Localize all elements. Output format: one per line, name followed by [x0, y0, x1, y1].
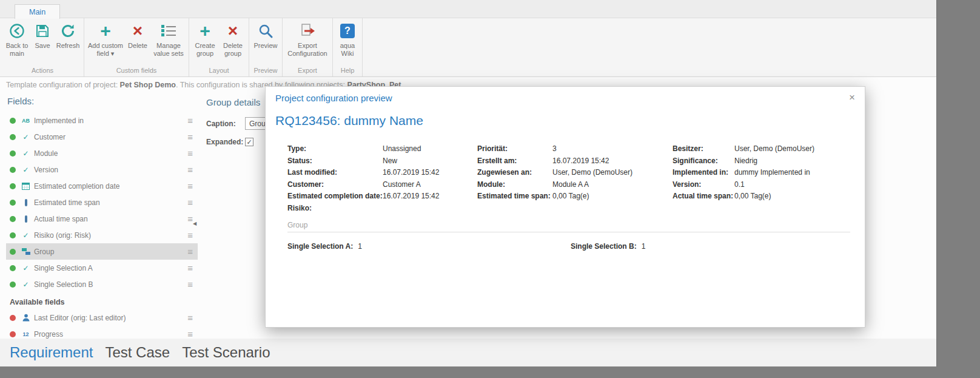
field-item-version[interactable]: ✓ Version ≡ [6, 161, 198, 178]
aqua-wiki-button[interactable]: ? aqua Wiki [335, 19, 360, 66]
fields-panel-title: Fields: [7, 96, 198, 106]
field-label: Significance: [673, 157, 734, 169]
field-label: Type: [287, 144, 383, 157]
drag-handle-icon[interactable]: ≡ [187, 181, 193, 191]
field-value: 16.07.2019 15:42 [552, 157, 609, 169]
field-item-actual-time-span[interactable]: Actual time span ≡ [6, 211, 198, 227]
calendar-icon [21, 182, 31, 190]
collapse-panel-arrow-icon[interactable]: ◀ [193, 221, 196, 226]
single-selection-a-field: Single Selection A:1 [287, 242, 362, 251]
status-dot-red-icon [10, 315, 16, 321]
field-item-group[interactable]: Group ≡ [6, 243, 198, 260]
ribbon-group-actions: Back to main Save Refresh [1, 18, 84, 76]
tab-test-scenario[interactable]: Test Scenario [182, 344, 270, 361]
button-label: Delete group [220, 42, 246, 57]
checkmark-icon: ✓ [246, 138, 252, 146]
field-label: Estimated time span [34, 198, 100, 207]
save-button[interactable]: Save [31, 19, 54, 66]
tab-main[interactable]: Main [15, 4, 60, 19]
info-project-name: Pet Shop Demo [120, 81, 176, 89]
field-label: Risiko (orig: Risk) [34, 231, 91, 240]
drag-handle-icon[interactable]: ≡ [187, 149, 193, 158]
export-configuration-button[interactable]: Export Configuration [284, 19, 331, 66]
field-value: User, Demo (DemoUser) [552, 168, 633, 180]
drag-handle-icon[interactable]: ≡ [187, 116, 193, 125]
field-item-last-editor[interactable]: Last Editor (orig: Last editor) ≡ [6, 309, 198, 326]
drag-handle-icon[interactable]: ≡ [187, 165, 193, 174]
check-icon: ✓ [21, 149, 31, 158]
ribbon-group-label: Actions [3, 66, 82, 76]
preview-button[interactable]: Preview [251, 19, 280, 66]
refresh-button[interactable]: Refresh [54, 19, 82, 66]
field-label: Customer [34, 133, 65, 141]
drag-handle-icon[interactable]: ≡ [187, 198, 193, 207]
wiki-question-icon: ? [340, 21, 355, 41]
magnifier-icon [258, 21, 274, 41]
group-section-divider [287, 232, 850, 232]
field-item-estimated-time-span[interactable]: Estimated time span ≡ [6, 194, 198, 211]
drag-handle-icon[interactable]: ≡ [187, 313, 193, 322]
plus-icon: + [100, 21, 111, 41]
expanded-label: Expanded: [206, 138, 245, 146]
ribbon-group-label: Custom fields [86, 66, 187, 76]
add-custom-field-button[interactable]: + Add custom field ▾ [86, 19, 125, 66]
drag-handle-icon[interactable]: ≡ [187, 214, 193, 223]
drag-handle-icon[interactable]: ≡ [187, 247, 193, 256]
field-value: New [383, 157, 397, 169]
field-item-customer[interactable]: ✓ Customer ≡ [6, 129, 198, 145]
field-label: Single Selection B [34, 280, 93, 289]
create-group-button[interactable]: + Create group [191, 19, 219, 66]
manage-value-sets-button[interactable]: Manage value sets [150, 19, 187, 66]
field-label: Version [34, 166, 58, 174]
field-label: Group [34, 248, 54, 256]
status-dot-green-icon [10, 118, 16, 124]
person-icon [21, 314, 31, 322]
field-item-estimated-completion-date[interactable]: Estimated completion date ≡ [6, 178, 198, 194]
field-value: Unassigned [383, 144, 421, 157]
save-icon [35, 21, 50, 41]
status-dot-green-icon [10, 216, 16, 222]
status-dot-green-icon [10, 265, 16, 271]
field-item-risiko[interactable]: ✓ Risiko (orig: Risk) ≡ [6, 227, 198, 243]
tab-test-case[interactable]: Test Case [105, 344, 170, 361]
close-icon[interactable]: × [845, 91, 859, 104]
button-label: Save [35, 42, 50, 50]
refresh-icon [60, 21, 76, 41]
tab-requirement[interactable]: Requirement [10, 344, 93, 361]
ribbon-group-label: Export [284, 66, 331, 76]
timespan-icon [21, 215, 31, 223]
button-label: Preview [253, 42, 277, 50]
drag-handle-icon[interactable]: ≡ [187, 132, 193, 141]
field-label: Last modified: [287, 168, 383, 180]
field-item-implemented-in[interactable]: AB Implemented in ≡ [6, 112, 198, 129]
caption-label: Caption: [206, 120, 245, 128]
field-value: 0,00 Tag(e) [552, 192, 589, 204]
delete-x-icon: × [228, 21, 238, 41]
field-value: 16.07.2019 15:42 [383, 192, 439, 204]
drag-handle-icon[interactable]: ≡ [187, 329, 193, 339]
check-icon: ✓ [21, 133, 31, 141]
drag-handle-icon[interactable]: ≡ [187, 231, 193, 240]
dialog-title: Project configuration preview [275, 93, 392, 103]
delete-field-button[interactable]: × Delete [125, 19, 150, 66]
status-dot-green-icon [10, 183, 16, 189]
field-value: 0.1 [734, 180, 745, 192]
ribbon-group-label: Help [335, 66, 360, 76]
drag-handle-icon[interactable]: ≡ [187, 280, 193, 289]
status-dot-green-icon [10, 134, 16, 140]
ribbon-group-preview: Preview Preview [249, 18, 283, 76]
field-item-single-selection-a[interactable]: ✓ Single Selection A ≡ [6, 260, 198, 276]
field-value: 1 [642, 242, 646, 251]
expanded-checkbox[interactable]: ✓ [245, 138, 253, 146]
drag-handle-icon[interactable]: ≡ [187, 263, 193, 272]
field-item-module[interactable]: ✓ Module ≡ [6, 145, 198, 161]
back-to-main-button[interactable]: Back to main [3, 19, 31, 66]
field-item-single-selection-b[interactable]: ✓ Single Selection B ≡ [6, 276, 198, 292]
preview-dialog: Project configuration preview × RQ123456… [265, 86, 865, 328]
status-dot-green-icon [10, 232, 16, 238]
field-label: Risiko: [287, 204, 383, 216]
delete-group-button[interactable]: × Delete group [219, 19, 247, 66]
ribbon-tab-row: Main [0, 0, 936, 18]
ribbon-group-help: ? aqua Wiki Help [333, 18, 363, 76]
field-label: Status: [287, 157, 383, 169]
